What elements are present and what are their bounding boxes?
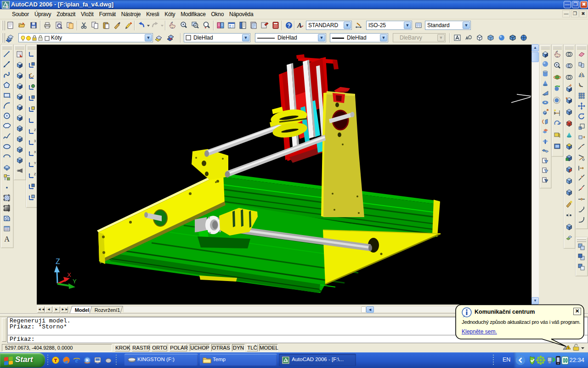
svg-text:Z: Z <box>56 258 60 265</box>
svg-text:X: X <box>67 271 71 278</box>
svg-text:e: e <box>75 356 79 364</box>
svg-text:A: A <box>297 22 302 29</box>
svg-text:?: ? <box>287 23 290 29</box>
svg-text:Y: Y <box>73 278 77 285</box>
